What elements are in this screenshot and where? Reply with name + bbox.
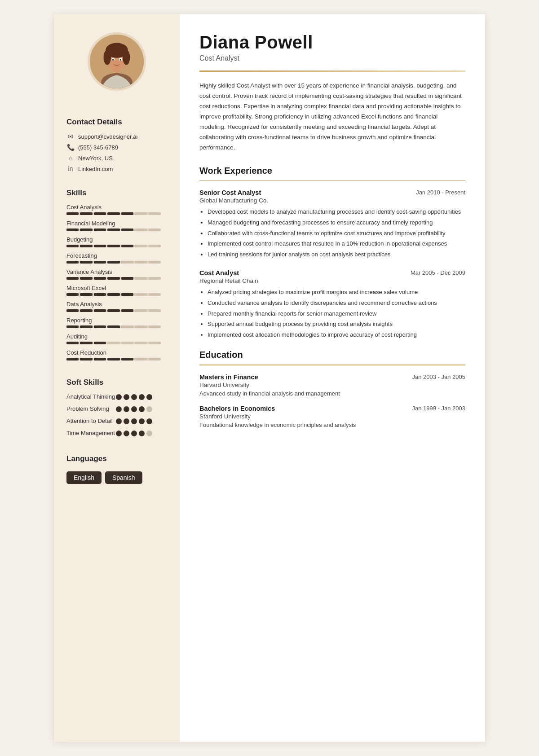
skill-row: Auditing xyxy=(66,333,161,344)
skill-row: Budgeting xyxy=(66,236,161,247)
dot-filled xyxy=(139,418,145,424)
contact-linkedin: in LinkedIn.com xyxy=(66,165,113,172)
skill-segment-empty xyxy=(135,358,147,360)
soft-skill-name: Problem Solving xyxy=(66,405,116,413)
skill-segment-filled xyxy=(80,293,92,296)
skill-segment-filled xyxy=(80,277,92,280)
skill-row: Cost Analysis xyxy=(66,204,161,215)
skill-bar xyxy=(66,309,161,312)
skill-bar xyxy=(66,325,161,328)
work-experience-heading: Work Experience xyxy=(199,166,465,176)
skill-segment-filled xyxy=(94,245,106,247)
skill-segment-empty xyxy=(149,325,161,328)
skill-name: Budgeting xyxy=(66,236,161,243)
soft-skills-section-title: Soft Skills xyxy=(66,378,103,387)
skill-segment-filled xyxy=(66,325,79,328)
skill-segment-filled xyxy=(94,342,106,344)
dot-filled xyxy=(131,394,137,400)
edu-block: Bachelors in Economics Jan 1999 - Jan 20… xyxy=(199,405,465,428)
skill-segment-filled xyxy=(107,277,119,280)
skill-name: Data Analysis xyxy=(66,301,161,308)
soft-skill-dots xyxy=(116,394,152,400)
skill-segment-filled xyxy=(107,358,119,360)
skill-segment-empty xyxy=(107,342,119,344)
skill-bar xyxy=(66,293,161,296)
skill-segment-filled xyxy=(66,309,79,312)
work-experience-divider xyxy=(199,180,465,181)
skill-bar xyxy=(66,358,161,360)
email-icon: ✉ xyxy=(66,133,75,140)
skill-segment-filled xyxy=(94,277,106,280)
phone-icon: 📞 xyxy=(66,144,75,151)
skill-segment-empty xyxy=(135,325,147,328)
job-bullet: Implemented cost control measures that r… xyxy=(208,239,465,249)
svg-point-6 xyxy=(123,50,130,65)
edu-degree: Bachelors in Economics xyxy=(199,405,275,412)
skill-segment-empty xyxy=(135,229,147,231)
soft-skill-row: Problem Solving xyxy=(66,405,152,413)
skill-segment-filled xyxy=(80,358,92,360)
skill-name: Cost Analysis xyxy=(66,204,161,211)
main-content: Diana Powell Cost Analyst Highly skilled… xyxy=(180,14,485,742)
job-bullet: Supported annual budgeting process by pr… xyxy=(208,320,465,329)
skill-segment-filled xyxy=(66,277,79,280)
job-block: Senior Cost Analyst Jan 2010 - Present G… xyxy=(199,189,465,259)
soft-skill-row: Analytical Thinking xyxy=(66,393,152,401)
skill-name: Variance Analysis xyxy=(66,268,161,275)
svg-point-9 xyxy=(112,59,114,61)
skill-name: Financial Modeling xyxy=(66,220,161,227)
edu-dates: Jan 2003 - Jan 2005 xyxy=(412,374,465,380)
skill-segment-filled xyxy=(66,261,79,264)
education-divider xyxy=(199,365,465,365)
dot-filled xyxy=(116,431,122,436)
skill-segment-filled xyxy=(121,245,133,247)
skill-name: Cost Reduction xyxy=(66,349,161,356)
job-company: Global Manufacturing Co. xyxy=(199,197,465,204)
contact-email: ✉ support@cvdesigner.ai xyxy=(66,133,137,140)
job-title: Cost Analyst xyxy=(199,269,239,277)
svg-point-10 xyxy=(119,59,121,61)
soft-skill-name: Time Management xyxy=(66,430,116,437)
dot-filled xyxy=(124,431,129,436)
skill-segment-empty xyxy=(149,277,161,280)
skill-segment-filled xyxy=(94,261,106,264)
skill-segment-empty xyxy=(149,342,161,344)
skill-segment-filled xyxy=(80,309,92,312)
svg-point-5 xyxy=(103,50,111,65)
job-bullet: Analyzed pricing strategies to maximize … xyxy=(208,288,465,297)
skill-segment-filled xyxy=(66,342,79,344)
dot-filled xyxy=(131,431,137,436)
edu-description: Advanced study in financial analysis and… xyxy=(199,390,465,397)
job-bullets: Developed cost models to analyze manufac… xyxy=(199,207,465,259)
skill-segment-filled xyxy=(80,325,92,328)
skill-segment-filled xyxy=(80,342,92,344)
resume-container: Contact Details ✉ support@cvdesigner.ai … xyxy=(54,14,485,742)
edu-school: Harvard University xyxy=(199,382,465,388)
skill-segment-empty xyxy=(135,212,147,215)
skill-segment-filled xyxy=(94,229,106,231)
skill-segment-filled xyxy=(121,309,133,312)
education-list: Masters in Finance Jan 2003 - Jan 2005 H… xyxy=(199,374,465,428)
skills-section-title: Skills xyxy=(66,189,86,198)
skill-bar xyxy=(66,229,161,231)
job-block: Cost Analyst Mar 2005 - Dec 2009 Regiona… xyxy=(199,269,465,340)
language-badge: Spanish xyxy=(105,471,142,484)
skill-row: Data Analysis xyxy=(66,301,161,312)
skill-segment-filled xyxy=(94,358,106,360)
skill-segment-filled xyxy=(66,212,79,215)
name-title-block: Diana Powell Cost Analyst xyxy=(199,32,465,62)
skill-row: Variance Analysis xyxy=(66,268,161,280)
avatar xyxy=(88,32,146,91)
skill-segment-filled xyxy=(107,309,119,312)
job-bullet: Collaborated with cross-functional teams… xyxy=(208,229,465,238)
soft-skills-list: Analytical ThinkingProblem SolvingAttent… xyxy=(66,393,152,442)
dot-filled xyxy=(146,394,152,400)
skill-segment-filled xyxy=(66,229,79,231)
job-bullet: Conducted variance analysis to identify … xyxy=(208,299,465,308)
dot-empty xyxy=(146,406,152,412)
skill-row: Reporting xyxy=(66,317,161,328)
soft-skill-name: Analytical Thinking xyxy=(66,393,116,401)
job-bullet: Managed budgeting and forecasting proces… xyxy=(208,218,465,228)
skill-segment-filled xyxy=(80,212,92,215)
job-bullet: Prepared monthly financial reports for s… xyxy=(208,309,465,319)
